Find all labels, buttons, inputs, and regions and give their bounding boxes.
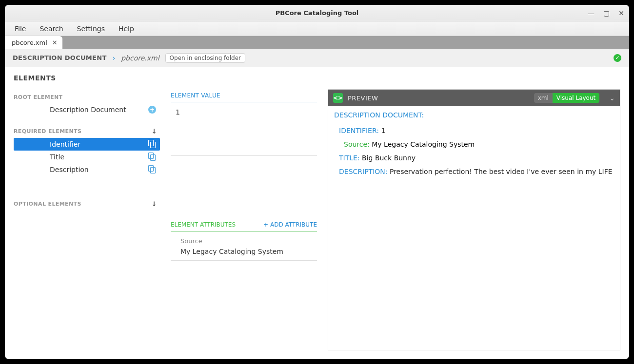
element-editor-panel: ELEMENT VALUE 1 ELEMENT ATTRIBUTES + ADD…	[171, 89, 317, 350]
root-element-row[interactable]: Description Document +	[14, 103, 160, 116]
toggle-xml[interactable]: xml	[534, 93, 553, 103]
attribute-row[interactable]: Source My Legacy Cataloging System	[171, 237, 317, 261]
close-button[interactable]: ✕	[618, 9, 624, 17]
breadcrumb-file[interactable]: pbcore.xml	[121, 54, 159, 62]
menu-search[interactable]: Search	[40, 25, 63, 33]
element-title[interactable]: Title	[14, 151, 160, 163]
tab-pbcore[interactable]: pbcore.xml ✕	[5, 36, 62, 49]
toggle-visual[interactable]: Visual Layout	[553, 93, 599, 103]
attribute-name: Source	[180, 237, 311, 245]
attribute-value[interactable]: My Legacy Cataloging System	[180, 248, 311, 255]
tab-strip: pbcore.xml ✕	[5, 36, 629, 49]
open-folder-button[interactable]: Open in enclosing folder	[165, 53, 245, 63]
tab-close-icon[interactable]: ✕	[52, 39, 58, 46]
app-window: PBCore Cataloging Tool — ▢ ✕ File Search…	[5, 5, 629, 359]
element-identifier[interactable]: Identifier	[14, 138, 160, 151]
preview-panel: <> PREVIEW xml Visual Layout ⌄ DESCRIPTI…	[328, 89, 620, 350]
preview-description: DESCRIPTION: Preservation perfection! Th…	[334, 165, 614, 178]
menu-help[interactable]: Help	[119, 25, 134, 33]
preview-label: PREVIEW	[348, 95, 378, 102]
root-element-label: ROOT ELEMENT	[14, 89, 160, 103]
preview-title: TITLE: Big Buck Bunny	[334, 151, 614, 165]
chevron-right-icon: ›	[113, 54, 116, 62]
element-description[interactable]: Description	[14, 163, 160, 176]
page-title: ELEMENTS	[14, 74, 620, 86]
breadcrumb-bar: DESCRIPTION DOCUMENT › pbcore.xml Open i…	[5, 49, 629, 67]
preview-root: DESCRIPTION DOCUMENT:	[334, 111, 614, 119]
element-value-input[interactable]: 1	[171, 107, 317, 156]
copy-icon[interactable]	[148, 165, 156, 173]
preview-header: <> PREVIEW xml Visual Layout ⌄	[328, 90, 620, 106]
preview-body: DESCRIPTION DOCUMENT: IDENTIFIER: 1 Sour…	[328, 106, 620, 350]
minimize-button[interactable]: —	[588, 9, 594, 17]
maximize-button[interactable]: ▢	[603, 9, 610, 17]
preview-identifier: IDENTIFIER: 1	[334, 124, 614, 137]
add-icon[interactable]: +	[148, 106, 156, 114]
menu-bar: File Search Settings Help	[5, 21, 629, 36]
code-icon: <>	[333, 93, 343, 103]
menu-settings[interactable]: Settings	[77, 25, 105, 33]
element-attributes-header: ELEMENT ATTRIBUTES + ADD ATTRIBUTE	[171, 219, 317, 231]
tab-label: pbcore.xml	[12, 39, 47, 46]
window-title: PBCore Cataloging Tool	[276, 9, 359, 17]
preview-toggle: xml Visual Layout	[534, 93, 600, 103]
copy-icon[interactable]	[148, 153, 156, 160]
window-controls: — ▢ ✕	[588, 5, 624, 21]
element-value-label: ELEMENT VALUE	[171, 89, 317, 102]
required-elements-label[interactable]: REQUIRED ELEMENTS ↓	[14, 123, 160, 138]
menu-file[interactable]: File	[15, 25, 26, 33]
optional-elements-label[interactable]: OPTIONAL ELEMENTS ↓	[14, 195, 160, 211]
title-bar: PBCore Cataloging Tool — ▢ ✕	[5, 5, 629, 21]
elements-panel: ROOT ELEMENT Description Document + REQU…	[14, 89, 160, 350]
chevron-down-icon: ↓	[152, 200, 160, 208]
chevron-down-icon: ↓	[152, 128, 160, 135]
breadcrumb-root[interactable]: DESCRIPTION DOCUMENT	[13, 54, 107, 61]
add-attribute-button[interactable]: + ADD ATTRIBUTE	[263, 221, 317, 228]
content-area: ELEMENTS ROOT ELEMENT Description Docume…	[5, 67, 629, 359]
copy-icon[interactable]	[148, 140, 156, 148]
chevron-down-icon[interactable]: ⌄	[604, 94, 615, 102]
element-attributes-label: ELEMENT ATTRIBUTES	[171, 221, 236, 228]
preview-source: Source: My Legacy Cataloging System	[334, 137, 614, 151]
status-ok-icon: ✓	[614, 54, 621, 62]
